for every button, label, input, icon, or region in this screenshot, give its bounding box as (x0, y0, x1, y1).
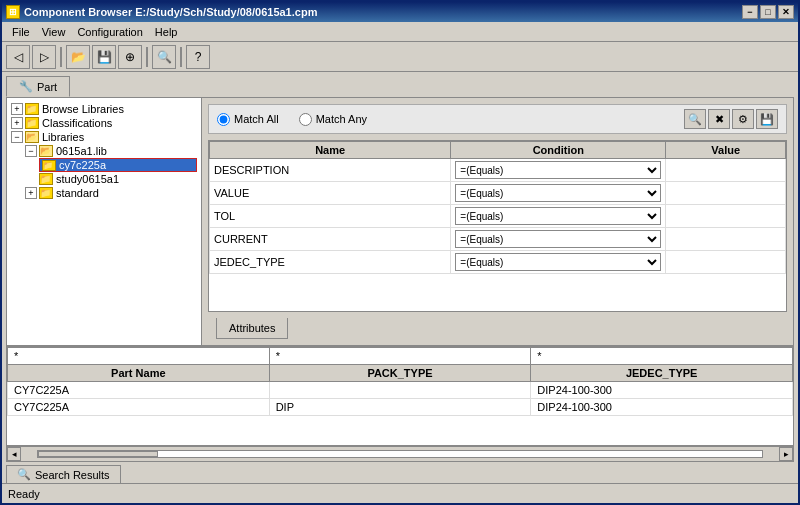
search-save-btn[interactable]: 💾 (756, 109, 778, 129)
menu-help[interactable]: Help (149, 24, 184, 40)
criteria-cond-select-3[interactable]: =(Equals) (455, 230, 661, 248)
tree-item-classifications[interactable]: + 📁 Classifications (11, 116, 197, 130)
close-button[interactable]: ✕ (778, 5, 794, 19)
minimize-button[interactable]: − (742, 5, 758, 19)
horizontal-scrollbar[interactable]: ◂ ▸ (6, 446, 794, 462)
criteria-name-0: DESCRIPTION (210, 159, 451, 182)
search-toolbar-right: 🔍 ✖ ⚙ 💾 (684, 109, 778, 129)
criteria-cond-0[interactable]: =(Equals) (451, 159, 666, 182)
radio-match-any-input[interactable] (299, 113, 312, 126)
results-row-0[interactable]: CY7C225A DIP24-100-300 (8, 382, 793, 399)
tree-item-standard[interactable]: + 📁 standard (25, 186, 197, 200)
maximize-button[interactable]: □ (760, 5, 776, 19)
menu-view[interactable]: View (36, 24, 72, 40)
criteria-row-3: CURRENT =(Equals) (210, 228, 786, 251)
expand-0615a1lib[interactable]: − (25, 145, 37, 157)
status-bar: Ready (2, 483, 798, 503)
criteria-val-2 (666, 205, 786, 228)
toolbar-back[interactable]: ◁ (6, 45, 30, 69)
study0615a1-label: study0615a1 (56, 173, 119, 185)
results-col-pack-type: PACK_TYPE (269, 365, 531, 382)
criteria-cond-4[interactable]: =(Equals) (451, 251, 666, 274)
criteria-val-4 (666, 251, 786, 274)
tab-search-results[interactable]: 🔍 Search Results (6, 465, 121, 483)
window-title: Component Browser E:/Study/Sch/Study/08/… (24, 6, 317, 18)
tree-item-0615a1lib[interactable]: − 📂 0615a1.lib (25, 144, 197, 158)
results-jedec-0: DIP24-100-300 (531, 382, 793, 399)
expand-classifications[interactable]: + (11, 117, 23, 129)
toolbar-forward[interactable]: ▷ (32, 45, 56, 69)
results-row-1[interactable]: CY7C225A DIP DIP24-100-300 (8, 399, 793, 416)
criteria-cond-2[interactable]: =(Equals) (451, 205, 666, 228)
0615a1lib-label: 0615a1.lib (56, 145, 107, 157)
filter-jedec-type[interactable] (531, 348, 793, 365)
toolbar-sep2 (146, 47, 148, 67)
folder-standard: 📁 (39, 187, 53, 199)
criteria-cond-3[interactable]: =(Equals) (451, 228, 666, 251)
toolbar-help[interactable]: ? (186, 45, 210, 69)
toolbar: ◁ ▷ 📂 💾 ⊕ 🔍 ? (2, 42, 798, 72)
filter-jedec-type-input[interactable] (537, 350, 786, 362)
main-content: + 📁 Browse Libraries + 📁 Classifications… (6, 97, 794, 346)
results-part-0: CY7C225A (8, 382, 270, 399)
standard-label: standard (56, 187, 99, 199)
main-window: ⊞ Component Browser E:/Study/Sch/Study/0… (0, 0, 800, 505)
expand-standard[interactable]: + (25, 187, 37, 199)
part-tab-label: Part (37, 81, 57, 93)
radio-match-all-input[interactable] (217, 113, 230, 126)
menu-bar: File View Configuration Help (2, 22, 798, 42)
cy7c225a-label: cy7c225a (59, 159, 106, 171)
search-go-btn[interactable]: 🔍 (684, 109, 706, 129)
match-all-label: Match All (234, 113, 279, 125)
col-header-condition: Condition (451, 142, 666, 159)
toolbar-add[interactable]: ⊕ (118, 45, 142, 69)
filter-part-name-input[interactable] (14, 350, 263, 362)
title-bar-controls: − □ ✕ (742, 5, 794, 19)
col-header-value: Value (666, 142, 786, 159)
tree-item-libraries[interactable]: − 📂 Libraries (11, 130, 197, 144)
hscroll-thumb[interactable] (38, 451, 158, 457)
window-icon: ⊞ (6, 5, 20, 19)
folder-browse: 📁 (25, 103, 39, 115)
toolbar-search[interactable]: 🔍 (152, 45, 176, 69)
filter-pack-type-input[interactable] (276, 350, 525, 362)
status-text: Ready (8, 488, 40, 500)
filter-pack-type[interactable] (269, 348, 531, 365)
filter-part-name[interactable] (8, 348, 270, 365)
criteria-cond-select-0[interactable]: =(Equals) (455, 161, 661, 179)
toolbar-save[interactable]: 💾 (92, 45, 116, 69)
criteria-cond-select-4[interactable]: =(Equals) (455, 253, 661, 271)
expand-libraries[interactable]: − (11, 131, 23, 143)
folder-study0615a1: 📁 (39, 173, 53, 185)
tree-item-cy7c225a[interactable]: 📁 cy7c225a (39, 158, 197, 172)
tab-part[interactable]: 🔧 Part (6, 76, 70, 97)
tree-item-browse[interactable]: + 📁 Browse Libraries (11, 102, 197, 116)
menu-configuration[interactable]: Configuration (71, 24, 148, 40)
criteria-val-0 (666, 159, 786, 182)
toolbar-open[interactable]: 📂 (66, 45, 90, 69)
tree-item-study0615a1[interactable]: 📁 study0615a1 (39, 172, 197, 186)
radio-match-all[interactable]: Match All (217, 113, 279, 126)
results-part-1: CY7C225A (8, 399, 270, 416)
menu-file[interactable]: File (6, 24, 36, 40)
folder-0615a1lib: 📂 (39, 145, 53, 157)
criteria-cond-1[interactable]: =(Equals) (451, 182, 666, 205)
criteria-cond-select-2[interactable]: =(Equals) (455, 207, 661, 225)
radio-match-any[interactable]: Match Any (299, 113, 367, 126)
criteria-table: Name Condition Value DESCRIPTION =(Equal… (208, 140, 787, 312)
bottom-tabs: 🔍 Search Results (2, 462, 798, 483)
search-options-btn[interactable]: ⚙ (732, 109, 754, 129)
search-results-icon: 🔍 (17, 468, 31, 481)
results-header-row: Part Name PACK_TYPE JEDEC_TYPE (8, 365, 793, 382)
col-header-name: Name (210, 142, 451, 159)
hscroll-left-arrow[interactable]: ◂ (7, 447, 21, 461)
results-col-part-name: Part Name (8, 365, 270, 382)
search-clear-btn[interactable]: ✖ (708, 109, 730, 129)
criteria-name-1: VALUE (210, 182, 451, 205)
attributes-tab[interactable]: Attributes (216, 318, 288, 339)
expand-browse[interactable]: + (11, 103, 23, 115)
hscroll-track[interactable] (37, 450, 763, 458)
hscroll-right-arrow[interactable]: ▸ (779, 447, 793, 461)
results-pack-0 (269, 382, 531, 399)
criteria-cond-select-1[interactable]: =(Equals) (455, 184, 661, 202)
